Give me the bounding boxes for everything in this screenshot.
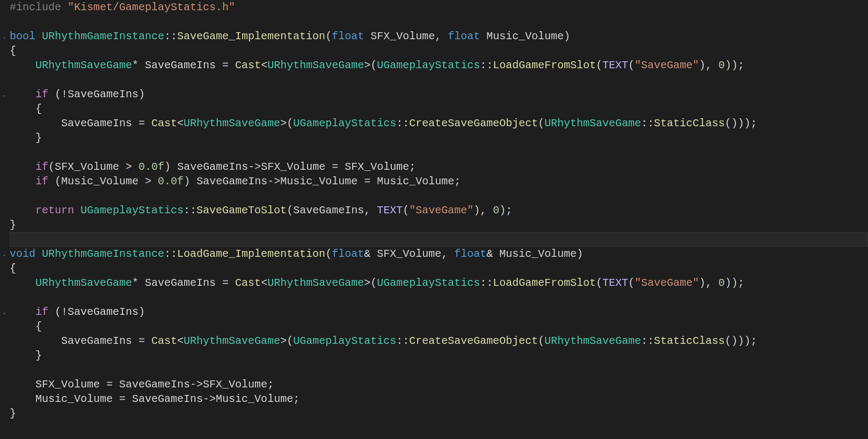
code-token: SFX_Volume (345, 161, 409, 173)
code-token: TEXT (602, 59, 628, 71)
fold-toggle-icon[interactable]: ⌄ (1, 33, 8, 40)
code-area[interactable]: #include "Kismet/GameplayStatics.h"bool … (9, 0, 868, 439)
code-token: > (145, 175, 158, 188)
code-token: float (332, 30, 364, 42)
code-token (10, 59, 35, 71)
code-line[interactable]: { (10, 319, 868, 334)
code-token: URhythmSaveGame (35, 59, 132, 71)
code-line[interactable]: { (10, 261, 868, 276)
code-token (10, 132, 35, 144)
code-line[interactable] (10, 189, 868, 203)
code-line[interactable] (10, 363, 868, 377)
code-token (48, 306, 55, 318)
code-line[interactable]: return UGameplayStatics::SaveGameToSlot(… (10, 203, 868, 218)
code-line[interactable]: { (10, 102, 868, 116)
code-token: ( (538, 335, 544, 347)
code-token: SaveGameIns (10, 335, 138, 347)
code-token: SaveGameIns (177, 161, 248, 173)
code-token: { (35, 103, 42, 115)
code-token: Music_Volume (377, 175, 454, 188)
fold-toggle-icon[interactable]: ⌄ (1, 91, 8, 98)
code-line[interactable]: if (!SaveGameIns) (10, 87, 868, 102)
code-token: :: (184, 204, 196, 217)
code-token: Cast (235, 59, 261, 71)
code-token: SaveGameIns (68, 88, 138, 100)
code-line[interactable]: SaveGameIns = Cast<URhythmSaveGame>(UGam… (10, 334, 868, 348)
code-token: ; (454, 175, 461, 188)
code-line[interactable] (10, 290, 868, 305)
code-token: if (35, 161, 48, 173)
code-line[interactable]: URhythmSaveGame* SaveGameIns = Cast<URhy… (10, 58, 868, 73)
fold-toggle-icon[interactable]: ⌄ (1, 309, 8, 315)
code-line[interactable]: { (10, 44, 868, 58)
code-line[interactable] (10, 73, 868, 87)
code-token: * (132, 59, 145, 71)
code-line[interactable]: SaveGameIns = Cast<URhythmSaveGame>(UGam… (10, 116, 868, 131)
code-token: { (10, 45, 16, 57)
code-token: SFX_Volume (203, 378, 267, 391)
code-token: = (138, 117, 151, 129)
code-token: ( (596, 59, 602, 71)
code-token: if (35, 175, 48, 188)
code-token: :: (641, 117, 654, 129)
code-line[interactable]: } (10, 406, 868, 421)
code-token: > (126, 161, 138, 173)
code-token: SFX_Volume (10, 378, 106, 391)
code-line[interactable] (10, 145, 868, 160)
code-token: ( (48, 161, 55, 173)
code-line[interactable]: } (10, 218, 868, 232)
code-token: Music_Volume (480, 30, 564, 42)
code-token: LoadGameFromSlot (493, 277, 596, 289)
code-token: UGameplayStatics (81, 204, 184, 217)
code-token: ( (55, 175, 61, 188)
code-line[interactable] (10, 232, 868, 247)
code-token: ; (293, 393, 300, 405)
code-line[interactable]: bool URhythmGameInstance::SaveGame_Imple… (10, 29, 868, 44)
code-token: = (138, 335, 151, 347)
fold-toggle-icon[interactable]: ⌄ (1, 251, 8, 257)
code-token: (! (55, 306, 68, 318)
code-line[interactable]: } (10, 348, 868, 363)
code-token: URhythmGameInstance (42, 30, 164, 42)
code-line[interactable]: if (Music_Volume > 0.0f) SaveGameIns->Mu… (10, 174, 868, 189)
code-token: SaveGameIns (119, 378, 190, 391)
code-token (10, 204, 35, 217)
fold-gutter[interactable]: ⌄⌄⌄⌄ (0, 0, 9, 439)
code-token: float (448, 30, 480, 42)
code-token: SaveGameIns (196, 175, 267, 188)
code-token: )); (725, 59, 744, 71)
code-line[interactable] (10, 15, 868, 29)
code-line[interactable]: SFX_Volume = SaveGameIns->SFX_Volume; (10, 377, 868, 392)
code-token: :: (480, 277, 493, 289)
code-token (10, 320, 35, 333)
code-token: (! (55, 88, 68, 100)
code-line[interactable]: if (!SaveGameIns) (10, 305, 868, 319)
code-token (48, 175, 55, 188)
code-line[interactable]: Music_Volume = SaveGameIns->Music_Volume… (10, 392, 868, 406)
code-line[interactable]: void URhythmGameInstance::LoadGame_Imple… (10, 247, 868, 261)
code-token: LoadGameFromSlot (493, 59, 596, 71)
code-token: ) (138, 88, 145, 100)
code-token: float (454, 248, 486, 260)
code-token: = (119, 393, 132, 405)
code-token: SFX_Volume (364, 30, 435, 42)
code-token: ( (287, 204, 293, 217)
code-token: bool (10, 30, 42, 42)
code-token: #include (10, 1, 68, 13)
code-token: :: (396, 335, 409, 347)
code-line[interactable]: } (10, 131, 868, 145)
code-token: -> (267, 175, 280, 188)
code-line[interactable]: #include "Kismet/GameplayStatics.h" (10, 0, 868, 15)
code-token: float (332, 248, 364, 260)
code-token (48, 88, 55, 100)
code-line[interactable]: if(SFX_Volume > 0.0f) SaveGameIns->SFX_V… (10, 160, 868, 174)
code-token: ( (325, 248, 332, 260)
code-token: ; (409, 161, 415, 173)
code-token: >( (280, 117, 293, 129)
code-token: Music_Volume (61, 175, 145, 188)
code-token (74, 204, 81, 217)
code-editor[interactable]: ⌄⌄⌄⌄ #include "Kismet/GameplayStatics.h"… (0, 0, 868, 439)
code-line[interactable]: URhythmSaveGame* SaveGameIns = Cast<URhy… (10, 276, 868, 290)
code-token: TEXT (377, 204, 403, 217)
code-token: Music_Volume (10, 393, 119, 405)
